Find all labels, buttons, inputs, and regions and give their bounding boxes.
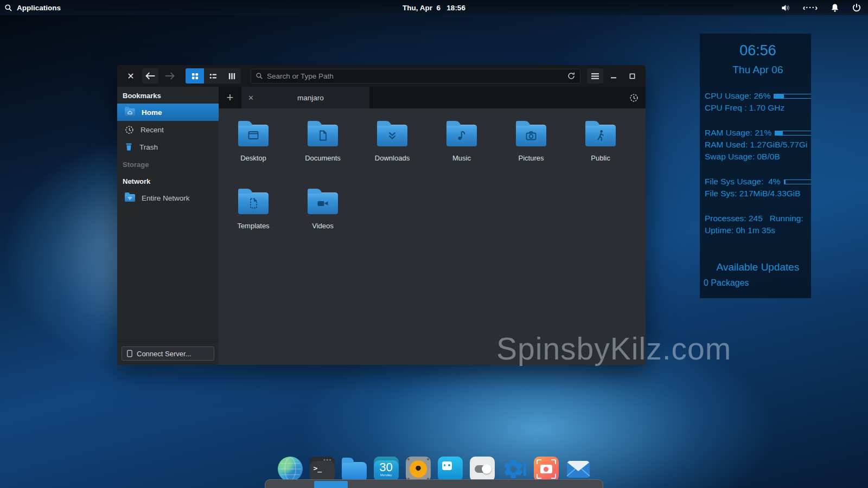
sidebar-item-label: Trash <box>139 143 158 151</box>
recently-closed-tabs-button[interactable] <box>622 87 646 108</box>
packages-count: 0 Packages <box>704 278 811 288</box>
search-input[interactable] <box>267 72 563 80</box>
folder-label: Templates <box>237 222 269 230</box>
fs-detail-row: File Sys: 217MiB/4.33GiB <box>705 188 811 200</box>
fs-usage-row: File Sys Usage: 4% <box>705 176 811 188</box>
swap-usage-row: Swap Usage: 0B/0B <box>705 151 811 163</box>
dock: ●●● >_ 30 Monday <box>0 457 868 481</box>
folder-label: Pictures <box>519 154 544 162</box>
videos-folder-icon <box>308 192 338 214</box>
forward-arrow-icon <box>164 72 175 80</box>
applications-menu[interactable]: Applications <box>0 4 61 12</box>
folder-videos[interactable]: Videos <box>288 183 358 251</box>
network-icon[interactable]: ‹···› <box>803 3 818 12</box>
screenshot-tool-icon[interactable] <box>534 457 559 481</box>
network-folder-icon <box>125 194 135 202</box>
list-view-button[interactable] <box>204 68 222 84</box>
sidebar-item-recent[interactable]: Recent <box>117 121 219 138</box>
recent-clock-icon <box>125 125 134 134</box>
music-folder-icon <box>446 125 477 146</box>
sidebar-item-label: Recent <box>141 126 164 134</box>
calendar-day: 30 <box>374 461 399 473</box>
tab-close-icon[interactable]: ✕ <box>248 94 254 102</box>
public-folder-icon <box>585 125 616 146</box>
mail-icon[interactable] <box>566 457 591 481</box>
path-search-bar[interactable] <box>251 69 580 84</box>
notifications-icon[interactable] <box>830 3 840 13</box>
terminal-icon[interactable]: ●●● >_ <box>310 457 335 481</box>
menu-button[interactable] <box>587 68 603 84</box>
settings-gear-icon[interactable] <box>502 457 527 481</box>
toolbar: ✕ <box>117 65 646 87</box>
folder-label: Desktop <box>240 154 266 162</box>
calendar-icon[interactable]: 30 Monday <box>374 457 399 481</box>
file-manager-window: ✕ <box>117 65 646 365</box>
maximize-button[interactable] <box>624 68 640 84</box>
sidebar-item-trash[interactable]: Trash <box>117 138 219 156</box>
hidden-taskbar-edge[interactable] <box>265 479 603 488</box>
folder-pictures[interactable]: Pictures <box>496 115 566 183</box>
refresh-icon[interactable] <box>567 72 576 80</box>
back-arrow-icon <box>145 72 156 80</box>
taskbar-active-segment <box>314 481 348 488</box>
folder-documents[interactable]: Documents <box>288 115 358 183</box>
tab-manjaro[interactable]: ✕ manjaro <box>241 87 369 108</box>
power-icon[interactable] <box>852 3 861 12</box>
icon-view-button[interactable] <box>186 68 204 84</box>
home-folder-icon <box>125 108 135 116</box>
software-center-icon[interactable] <box>438 457 463 481</box>
search-icon <box>256 72 263 80</box>
forward-button[interactable] <box>162 68 178 84</box>
cpu-usage-row: CPU Usage: 26% <box>705 90 811 102</box>
browser-globe-icon[interactable] <box>278 457 303 481</box>
folder-label: Music <box>452 154 471 162</box>
available-updates-header: Available Updates <box>705 261 811 273</box>
folder-label: Documents <box>305 154 341 162</box>
back-button[interactable] <box>142 68 158 84</box>
ram-used-row: RAM Used: 1.27GiB/5.77Gi <box>705 139 811 151</box>
conky-date: Thu Apr 06 <box>705 64 811 76</box>
close-window-button[interactable]: ✕ <box>123 68 139 84</box>
connect-server-button[interactable]: Connect Server... <box>122 346 214 361</box>
grid-view-icon <box>191 72 199 80</box>
file-manager-icon[interactable] <box>342 462 367 481</box>
connect-server-label: Connect Server... <box>137 350 191 358</box>
folder-desktop[interactable]: Desktop <box>219 115 288 183</box>
volume-icon[interactable] <box>781 3 791 12</box>
tab-title: manjaro <box>258 94 363 102</box>
ram-usage-row: RAM Usage: 21% <box>705 127 811 139</box>
processes-row: Processes: 245 Running: <box>705 213 811 224</box>
tweaks-toggle-icon[interactable] <box>470 457 495 481</box>
fs-usage-bar <box>784 179 811 184</box>
sidebar-item-home[interactable]: Home <box>117 104 219 121</box>
downloads-folder-icon <box>377 125 407 146</box>
panel-clock[interactable]: Thu, Apr 6 18:56 <box>403 4 465 12</box>
folder-templates[interactable]: Templates <box>219 183 288 251</box>
folder-music[interactable]: Music <box>427 115 496 183</box>
trash-icon <box>125 143 133 151</box>
folder-public[interactable]: Public <box>566 115 635 183</box>
hamburger-menu-icon <box>591 73 599 80</box>
folder-downloads[interactable]: Downloads <box>358 115 427 183</box>
tab-bar: + ✕ manjaro <box>219 87 646 108</box>
new-tab-button[interactable]: + <box>219 87 241 108</box>
history-clock-icon <box>629 93 639 102</box>
applications-label: Applications <box>17 4 61 12</box>
calendar-weekday: Monday <box>374 473 399 477</box>
pictures-folder-icon <box>516 125 546 146</box>
sidebar: Bookmarks Home Recent Trash <box>117 87 219 365</box>
sidebar-item-label: Home <box>142 108 162 117</box>
uptime-row: Uptime: 0h 1m 35s <box>705 224 811 236</box>
sidebar-item-entire-network[interactable]: Entire Network <box>117 189 219 207</box>
column-view-button[interactable] <box>222 68 241 84</box>
column-view-icon <box>228 72 236 80</box>
ram-usage-bar <box>775 131 811 136</box>
desktop-folder-icon <box>238 125 269 146</box>
minimize-icon <box>610 73 617 79</box>
folder-view[interactable]: Desktop Documents Downloads <box>219 108 646 365</box>
maximize-icon <box>629 73 635 79</box>
minimize-button[interactable] <box>605 68 622 84</box>
terminal-prompt-glyph: >_ <box>314 464 322 472</box>
media-player-icon[interactable] <box>406 457 431 481</box>
bookmarks-header: Bookmarks <box>117 87 219 104</box>
